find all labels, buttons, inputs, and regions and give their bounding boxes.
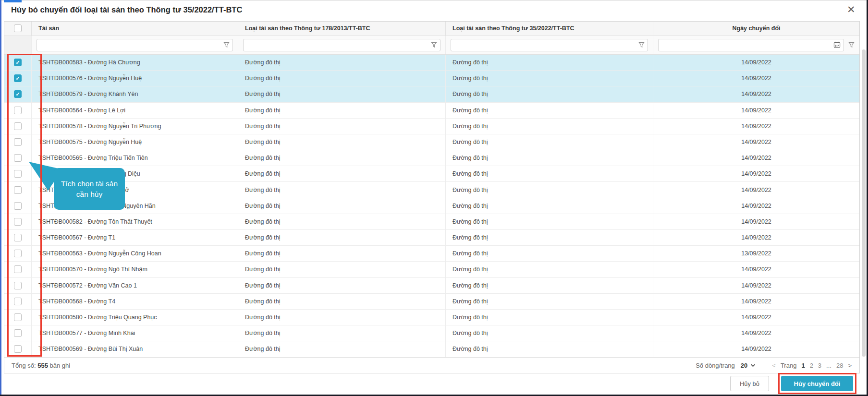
- page-number[interactable]: 2: [810, 362, 813, 369]
- row-checkbox[interactable]: [14, 265, 22, 273]
- row-checkbox[interactable]: ✓: [14, 59, 22, 66]
- table-row[interactable]: TSHTĐB000569 - Đường Bùi Thị XuânĐường đ…: [4, 341, 859, 357]
- table-row[interactable]: TSHTĐB000578 - Đường Nguyễn Tri PhươngĐư…: [4, 119, 859, 134]
- calendar-icon[interactable]: [833, 41, 841, 48]
- date-cell: 14/09/2022: [653, 230, 859, 245]
- filter-input-date[interactable]: [658, 39, 844, 51]
- row-checkbox[interactable]: [14, 234, 22, 241]
- filter-input-asset[interactable]: [37, 39, 233, 51]
- row-checkbox[interactable]: [14, 138, 22, 146]
- row-checkbox[interactable]: [14, 218, 22, 226]
- table-row[interactable]: TSHTĐB000571 - Đường Hoàng DiệuĐường đô …: [4, 166, 859, 182]
- rows-per-page-select[interactable]: 20: [741, 362, 756, 369]
- table-row[interactable]: TSHTĐB000575 - Đường Nguyễn HuệĐường đô …: [4, 134, 859, 150]
- row-checkbox[interactable]: [14, 186, 22, 194]
- filter-input-type-178[interactable]: [243, 39, 440, 51]
- type-35-cell: Đường đô thị: [446, 55, 653, 70]
- asset-cell: TSHTĐB000572 - Đường Văn Cao 1: [32, 278, 238, 293]
- type-178-cell: Đường đô thị: [238, 86, 446, 102]
- page-number[interactable]: 28: [836, 362, 843, 369]
- table-row[interactable]: TSHTĐB000566 - Đường Cầu SởĐường đô thịĐ…: [4, 182, 859, 198]
- header-cell-type-178: Loại tài sản theo Thông tư 178/2013/TT-B…: [238, 22, 446, 36]
- tooltip-callout: Tích chọn tài sản cần hủy: [54, 168, 125, 210]
- page-number[interactable]: 1: [801, 362, 805, 369]
- row-checkbox-cell: [4, 103, 32, 118]
- type-178-cell: Đường đô thị: [238, 278, 446, 293]
- filter-funnel-icon[interactable]: [638, 42, 645, 48]
- type-178-cell: Đường đô thị: [238, 214, 446, 229]
- type-178-cell: Đường đô thị: [238, 71, 446, 86]
- asset-cell: TSHTĐB000577 - Đường Minh Khai: [32, 325, 238, 341]
- row-checkbox-cell: ✓: [4, 71, 32, 86]
- table-row[interactable]: TSHTĐB000577 - Đường Minh KhaiĐường đô t…: [4, 325, 859, 341]
- header-cell-checkbox: [4, 22, 32, 36]
- header-cell-asset: Tài sản: [32, 22, 238, 36]
- row-checkbox[interactable]: [14, 202, 22, 210]
- asset-cell: TSHTĐB000576 - Đường Nguyễn Huệ: [32, 71, 238, 86]
- row-checkbox[interactable]: [14, 282, 22, 289]
- row-checkbox[interactable]: [14, 345, 22, 353]
- row-checkbox-cell: [4, 198, 32, 214]
- asset-cell: TSHTĐB000578 - Đường Nguyễn Tri Phương: [32, 119, 238, 134]
- row-checkbox[interactable]: [14, 298, 22, 305]
- asset-cell: TSHTĐB000563 - Đường Nguyễn Công Hoan: [32, 246, 238, 261]
- table-row[interactable]: TSHTĐB000565 - Đường Triệu Tiến TiênĐườn…: [4, 150, 859, 166]
- table-row[interactable]: ✓TSHTĐB000576 - Đường Nguyễn HuệĐường đô…: [4, 71, 859, 86]
- date-cell: 14/09/2022: [653, 341, 859, 357]
- table-row[interactable]: TSHTĐB000563 - Đường Nguyễn Công HoanĐườ…: [4, 246, 859, 262]
- table-row[interactable]: ✓TSHTĐB000583 - Đường Hà ChươngĐường đô …: [4, 55, 859, 71]
- table-row[interactable]: TSHTĐB000568 - Đường T4Đường đô thịĐường…: [4, 294, 859, 310]
- type-178-cell: Đường đô thị: [238, 134, 446, 150]
- table-row[interactable]: TSHTĐB000573 - Đường Trần Nguyên HãnĐườn…: [4, 198, 859, 214]
- assets-table: Tài sản Loại tài sản theo Thông tư 178/2…: [4, 21, 860, 373]
- close-icon[interactable]: ✕: [847, 3, 856, 16]
- filter-input-type-35[interactable]: [451, 39, 648, 51]
- browser-tab-fragment: [4, 0, 22, 2]
- type-178-cell: Đường đô thị: [238, 341, 446, 357]
- row-checkbox[interactable]: [14, 250, 22, 257]
- type-178-cell: Đường đô thị: [238, 182, 446, 197]
- confirm-cancel-conversion-button[interactable]: Hủy chuyển đổi: [781, 376, 853, 391]
- row-checkbox[interactable]: [14, 122, 22, 130]
- total-records: Tổng số: 555 bản ghi: [4, 362, 70, 369]
- table-row[interactable]: ✓TSHTĐB000579 - Đường Khánh YênĐường đô …: [4, 86, 859, 102]
- table-row[interactable]: TSHTĐB000572 - Đường Văn Cao 1Đường đô t…: [4, 278, 859, 294]
- row-checkbox[interactable]: [14, 170, 22, 178]
- row-checkbox[interactable]: [14, 313, 22, 321]
- type-178-cell: Đường đô thị: [238, 246, 446, 261]
- type-35-cell: Đường đô thị: [446, 262, 653, 277]
- type-35-cell: Đường đô thị: [446, 246, 653, 261]
- asset-cell: TSHTĐB000569 - Đường Bùi Thị Xuân: [32, 341, 238, 357]
- table-row[interactable]: TSHTĐB000567 - Đường T1Đường đô thịĐường…: [4, 230, 859, 246]
- type-178-cell: Đường đô thị: [238, 310, 446, 325]
- table-body: ✓TSHTĐB000583 - Đường Hà ChươngĐường đô …: [4, 55, 859, 358]
- row-checkbox[interactable]: [14, 154, 22, 162]
- row-checkbox[interactable]: [14, 329, 22, 337]
- modal-dialog: Hủy bỏ chuyển đổi loại tài sản theo Thôn…: [0, 0, 868, 396]
- page-number[interactable]: 3: [818, 362, 821, 369]
- vertical-scrollbar[interactable]: [862, 49, 866, 357]
- row-checkbox[interactable]: ✓: [14, 74, 22, 82]
- table-row[interactable]: TSHTĐB000580 - Đường Triệu Quang PhụcĐườ…: [4, 310, 859, 325]
- type-35-cell: Đường đô thị: [446, 86, 653, 102]
- type-35-cell: Đường đô thị: [446, 103, 653, 118]
- select-all-checkbox[interactable]: [14, 24, 22, 32]
- filter-funnel-icon[interactable]: [848, 42, 855, 48]
- date-cell: 13/09/2022: [653, 246, 859, 261]
- page-number[interactable]: ...: [826, 362, 831, 369]
- cancel-button[interactable]: Hủy bỏ: [730, 376, 769, 391]
- prev-page-icon[interactable]: <: [772, 362, 776, 369]
- filter-funnel-icon[interactable]: [431, 42, 437, 48]
- type-35-cell: Đường đô thị: [446, 310, 653, 325]
- row-checkbox-cell: [4, 325, 32, 341]
- filter-funnel-icon[interactable]: [223, 42, 230, 48]
- table-row[interactable]: TSHTĐB000564 - Đường Lê LợiĐường đô thịĐ…: [4, 103, 859, 119]
- row-checkbox[interactable]: [14, 107, 22, 114]
- header-cell-type-35: Loại tài sản theo Thông tư 35/2022/TT-BT…: [446, 22, 653, 36]
- asset-cell: TSHTĐB000582 - Đường Tôn Thất Thuyết: [32, 214, 238, 229]
- row-checkbox[interactable]: ✓: [14, 90, 22, 98]
- table-row[interactable]: TSHTĐB000582 - Đường Tôn Thất ThuyếtĐườn…: [4, 214, 859, 230]
- date-cell: 14/09/2022: [653, 86, 859, 102]
- table-row[interactable]: TSHTĐB000570 - Đường Ngô Thì NhậmĐường đ…: [4, 262, 859, 277]
- next-page-icon[interactable]: >: [848, 362, 852, 369]
